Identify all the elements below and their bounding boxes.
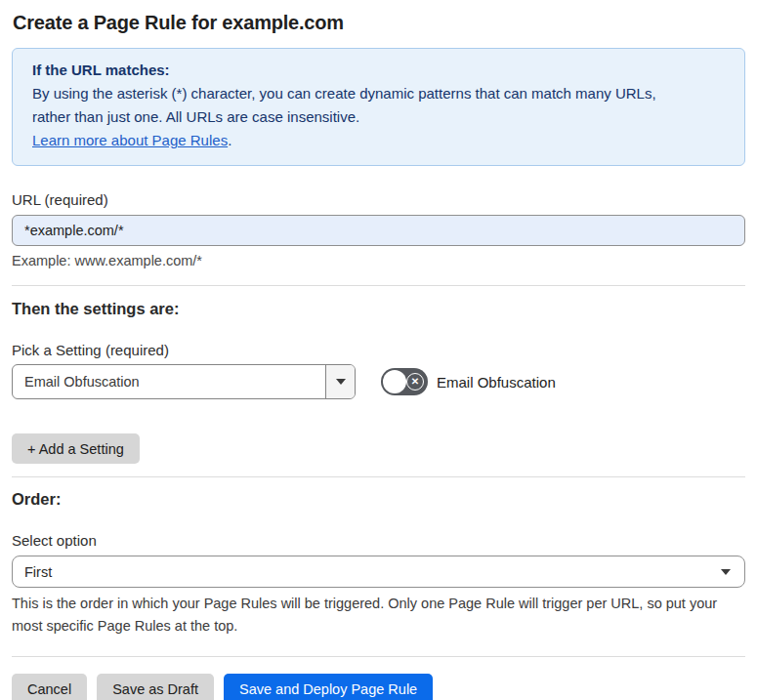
email-obfuscation-toggle[interactable]: ✕	[381, 368, 428, 395]
pick-setting-label: Pick a Setting (required)	[12, 342, 745, 358]
page-title: Create a Page Rule for example.com	[13, 12, 745, 34]
save-as-draft-button[interactable]: Save as Draft	[97, 674, 214, 700]
order-select[interactable]: First	[12, 556, 745, 588]
info-box-body-line: rather than just one. All URLs are case …	[32, 105, 725, 129]
toggle-label: Email Obfuscation	[437, 374, 556, 391]
toggle-knob	[383, 370, 406, 393]
order-select-label: Select option	[12, 532, 745, 549]
url-field-label: URL (required)	[12, 191, 745, 208]
cancel-button[interactable]: Cancel	[12, 674, 87, 700]
setting-select[interactable]: Email Obfuscation	[12, 364, 356, 399]
setting-select-caret-button[interactable]	[325, 365, 355, 398]
save-and-deploy-button[interactable]: Save and Deploy Page Rule	[224, 674, 433, 700]
footer-actions: Cancel Save as Draft Save and Deploy Pag…	[12, 674, 745, 700]
url-input[interactable]	[12, 215, 745, 246]
link-period: .	[228, 132, 231, 148]
order-help-text: This is the order in which your Page Rul…	[12, 593, 745, 638]
url-example-text: Example: www.example.com/*	[12, 253, 745, 268]
create-page-rule-form: Create a Page Rule for example.com If th…	[0, 12, 757, 700]
url-match-info-box: If the URL matches: By using the asteris…	[12, 48, 745, 166]
order-section-heading: Order:	[12, 490, 745, 509]
setting-select-value: Email Obfuscation	[13, 365, 325, 398]
learn-more-link[interactable]: Learn more about Page Rules	[32, 132, 228, 148]
setting-picker-row: Email Obfuscation ✕ Email Obfuscation	[12, 364, 745, 399]
toggle-off-x-icon: ✕	[406, 373, 424, 391]
divider	[12, 476, 745, 477]
add-setting-button[interactable]: + Add a Setting	[12, 433, 140, 464]
chevron-down-icon	[721, 569, 731, 575]
divider	[12, 656, 745, 657]
info-box-heading: If the URL matches:	[32, 59, 725, 82]
settings-section-heading: Then the settings are:	[12, 300, 745, 318]
divider	[12, 285, 745, 286]
order-select-value: First	[24, 564, 52, 580]
info-box-body-line: By using the asterisk (*) character, you…	[32, 82, 725, 105]
chevron-down-icon	[336, 379, 346, 385]
